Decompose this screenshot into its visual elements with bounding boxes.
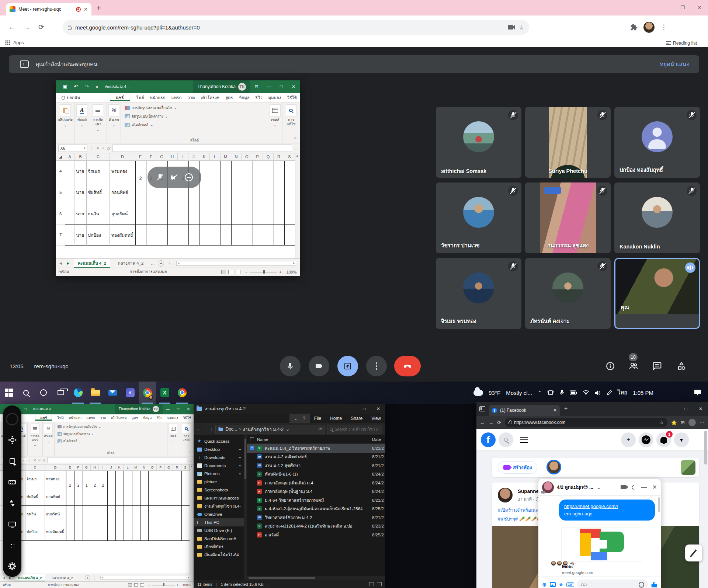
tab-close-icon[interactable]: ✕ (553, 408, 557, 413)
forward-button[interactable]: → (23, 23, 30, 31)
sidebar-folder[interactable]: งานค้างทุกวิชา ม.4- (194, 502, 244, 510)
maximize-icon[interactable]: □ (678, 402, 693, 416)
weather-temp[interactable]: 93°F (489, 390, 500, 396)
file-row[interactable]: Xคะแนน-ม.4_2 วิทยาศาสตร์กายภาพ8/23/2 (247, 444, 385, 453)
page-break-icon[interactable] (236, 270, 240, 274)
column-header[interactable]: D (110, 153, 135, 160)
leave-call-button[interactable] (394, 356, 421, 376)
task-view-button[interactable] (52, 382, 69, 404)
name-column-header[interactable]: Name (257, 437, 369, 442)
chat-button[interactable] (652, 361, 662, 371)
language-indicator[interactable]: ไทย (618, 388, 627, 397)
select-all-checkbox[interactable] (250, 437, 254, 441)
sheet-more[interactable]: ... (151, 259, 155, 268)
ribbon-tab[interactable]: เค้าโครงห (108, 415, 129, 421)
display-settings[interactable]: การตั้งค่าการแสดงผล (129, 269, 167, 275)
column-header[interactable]: S (284, 153, 295, 160)
ribbon-tab[interactable]: วิธีใช้ (180, 415, 194, 421)
checkbox[interactable] (250, 446, 254, 450)
horizontal-scrollbar[interactable] (176, 261, 296, 266)
url-text[interactable]: meet.google.com/rem-sghu-uqc?pli=1&authu… (75, 24, 504, 31)
forward-icon[interactable]: → (489, 420, 493, 425)
fb-create-button[interactable]: + (621, 432, 636, 447)
list-horizontal-scrollbar[interactable] (247, 576, 385, 580)
sidebar-downloads[interactable]: Downloads✦ (194, 453, 244, 462)
vertical-scrollbar[interactable] (190, 465, 194, 574)
ribbon-tab[interactable]: ข้อมูล (236, 94, 253, 101)
minimize-icon[interactable]: — (163, 404, 173, 414)
taskbar-chrome-active[interactable] (139, 382, 156, 404)
column-header[interactable]: G (83, 465, 91, 470)
number-group[interactable]: %ตัวเลข⌄ (107, 102, 121, 143)
column-header[interactable]: C (25, 465, 45, 470)
sheet-more[interactable]: ... (79, 574, 82, 581)
chevron-down-icon[interactable]: ⌄ (596, 484, 601, 491)
cell-styles-button[interactable]: สไตล์เซลล์⌄ (58, 439, 81, 443)
column-header[interactable]: L (210, 153, 221, 160)
ribbon-tab[interactable]: วาด (97, 415, 108, 421)
cancel-icon[interactable]: ✕ (33, 458, 36, 462)
ribbon-display-icon[interactable]: ⊡ (250, 80, 263, 93)
column-header[interactable]: F (74, 465, 82, 470)
forward-icon[interactable]: → (204, 427, 208, 432)
fb-search-button[interactable] (499, 432, 513, 447)
column-header[interactable]: E (66, 465, 74, 470)
column-header[interactable]: M (132, 465, 140, 470)
search-input[interactable] (334, 427, 379, 431)
pen-icon[interactable] (607, 390, 612, 396)
font-group[interactable]: Aฟอนต์⌄ (75, 102, 89, 143)
undo-icon[interactable]: ↶ (74, 84, 78, 90)
close-icon[interactable]: ✕ (371, 404, 385, 414)
file-row[interactable]: Xสรุปงาน-ค31201-M4-2 (1)เสริมทักษะคณิต อ… (247, 522, 385, 531)
present-button[interactable] (337, 356, 358, 376)
column-header[interactable]: I (99, 465, 107, 470)
normal-view-icon[interactable] (221, 270, 226, 274)
enter-icon[interactable]: ✓ (101, 146, 105, 151)
start-button[interactable] (0, 382, 17, 404)
ribbon-tab[interactable]: แทรก (84, 415, 98, 421)
tab-actions-icon[interactable] (479, 406, 485, 411)
formula-input[interactable] (47, 457, 187, 463)
new-tab-button[interactable]: + (564, 406, 568, 412)
column-header[interactable]: M (221, 153, 231, 160)
sidebar-folder[interactable]: แผนการสอนacces (194, 494, 244, 502)
sheet-tab-active[interactable]: คะแนนเก็บ 4_2 (74, 259, 111, 268)
column-header[interactable]: L (124, 465, 132, 470)
excel-account[interactable]: Thanyathon Kolaka TK (193, 80, 250, 93)
action-center-button[interactable] (690, 382, 705, 404)
people-button[interactable] (629, 361, 638, 371)
select-all-corner[interactable]: ◢ (56, 153, 65, 160)
sheet-tab[interactable]: กลางภาค 4_2 (48, 574, 76, 581)
extensions-icon[interactable] (630, 24, 638, 31)
column-header[interactable]: O (148, 465, 156, 470)
weather-desc[interactable]: Mostly cl... (506, 390, 532, 396)
apps-label[interactable]: Apps (13, 40, 24, 45)
format-as-table-button[interactable]: จัดรูปแบบเป็นตาราง⌄ (58, 432, 94, 436)
link-preview-domain[interactable]: meet.google.com (562, 570, 593, 575)
taskbar-chrome-2[interactable] (173, 382, 191, 404)
ribbon-collapse-icon[interactable]: ⌄ (294, 416, 298, 421)
alignment-group[interactable]: การจัด แนว⌄ (89, 102, 107, 143)
gif-icon[interactable]: GIF (566, 582, 574, 587)
ribbon-tab[interactable]: หน้าแรก (66, 415, 84, 421)
editing-group[interactable]: การ แก้ไข (282, 102, 300, 143)
ribbon-tab[interactable]: วาด (184, 94, 198, 101)
ribbon-tab[interactable]: มุมมอง (165, 415, 180, 421)
chat-message-bubble[interactable]: https://meet.google.com/r em-sghu-uqc (559, 500, 655, 521)
participant-tile[interactable]: ภัทรนันท์ คงเจาะ (525, 258, 611, 329)
sidebar-folder[interactable]: picture (194, 478, 244, 486)
column-header[interactable]: I (178, 153, 188, 160)
participant-tile[interactable]: sitthichai Somsak (436, 107, 521, 178)
video-call-icon[interactable] (621, 485, 627, 489)
excel-ribbon-tabs[interactable]: บอกฉัน แชร์ ไฟล์หน้าแรกแทรกวาดเค้าโครงหส… (0, 414, 194, 422)
ribbon-tab[interactable]: ข้อมูล (140, 415, 154, 421)
ribbon-tab[interactable]: รีวิว (154, 415, 165, 421)
like-icon[interactable] (651, 581, 657, 588)
column-header[interactable]: Q (263, 153, 274, 160)
sidebar-documents[interactable]: Documents✦ (194, 462, 244, 470)
minimize-icon[interactable]: — (664, 402, 678, 416)
redo-icon[interactable]: ↷ (84, 84, 89, 90)
ribbon-tab[interactable]: หน้าแรก (147, 94, 168, 101)
column-header[interactable]: P (157, 465, 165, 470)
meet-link[interactable]: em-sghu-uqc (564, 511, 592, 516)
